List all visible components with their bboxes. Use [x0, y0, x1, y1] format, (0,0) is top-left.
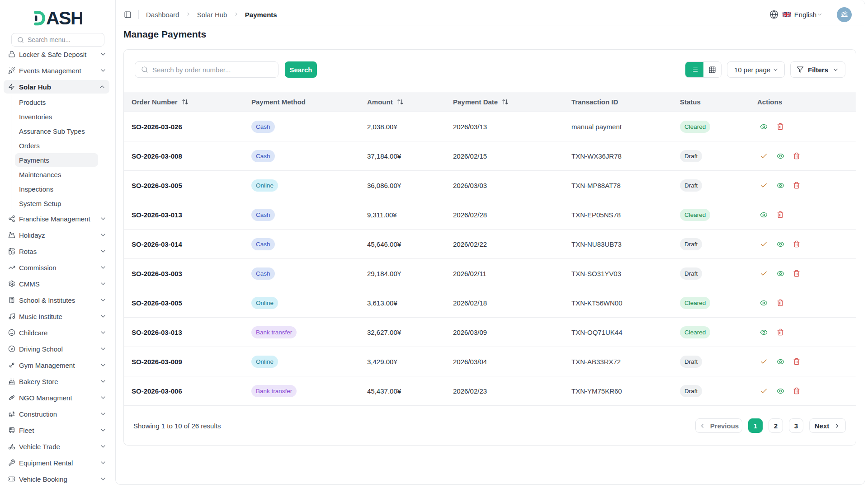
- svg-text:ASH: ASH: [46, 11, 82, 26]
